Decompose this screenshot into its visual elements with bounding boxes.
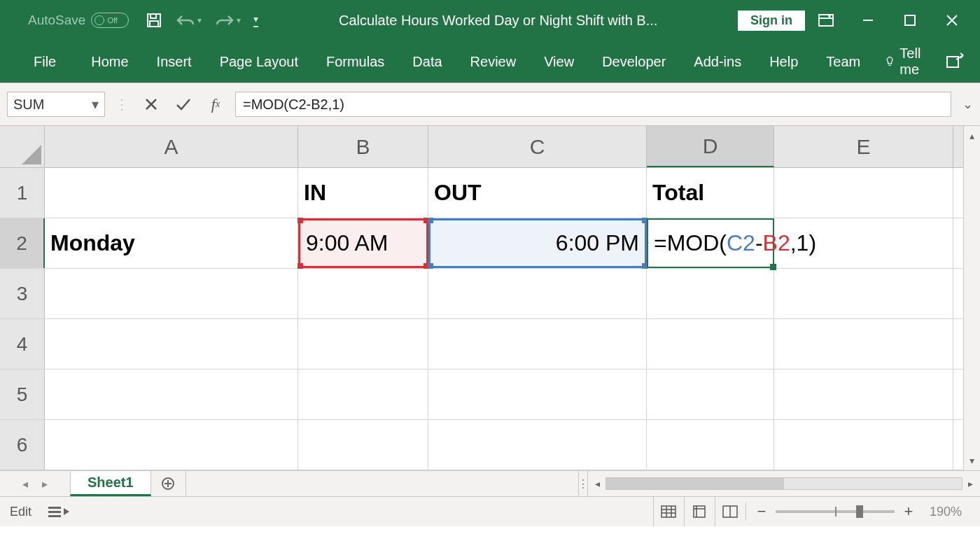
cell-e6[interactable]	[774, 420, 953, 470]
undo-button[interactable]: ▾	[175, 13, 202, 27]
formula-input[interactable]: =MOD(C2-B2,1)	[235, 92, 951, 117]
row-header-6[interactable]: 6	[0, 420, 45, 470]
cell-d1[interactable]: Total	[647, 168, 774, 218]
tell-me-search[interactable]: Tell me	[874, 45, 938, 78]
scroll-left-button[interactable]: ◂	[592, 478, 603, 489]
page-break-view-button[interactable]	[715, 497, 746, 526]
insert-function-button[interactable]: fx	[203, 92, 228, 117]
cell-c3[interactable]	[428, 269, 647, 318]
cell-c2[interactable]: 6:00 PM	[428, 218, 647, 268]
scroll-down-button[interactable]: ▾	[969, 455, 974, 466]
zoom-slider[interactable]	[776, 510, 895, 513]
cell-b3[interactable]	[298, 269, 428, 318]
status-bar: Edit − + 190%	[0, 497, 980, 526]
cell-e5[interactable]	[774, 370, 953, 419]
cell-d2[interactable]: =MOD(C2-B2,1)	[647, 218, 774, 268]
zoom-level[interactable]: 190%	[923, 505, 962, 519]
page-layout-view-button[interactable]	[684, 497, 715, 526]
col-header-e[interactable]: E	[774, 126, 953, 167]
tab-team[interactable]: Team	[812, 47, 874, 77]
col-header-a[interactable]: A	[45, 126, 298, 167]
tab-data[interactable]: Data	[398, 47, 456, 77]
cell-d4[interactable]	[647, 319, 774, 369]
enter-formula-button[interactable]	[171, 92, 196, 117]
cell-a3[interactable]	[45, 269, 298, 318]
row-header-4[interactable]: 4	[0, 319, 45, 369]
cell-d5[interactable]	[647, 370, 774, 419]
col-header-b[interactable]: B	[298, 126, 428, 167]
autosave-toggle[interactable]: Off	[91, 13, 129, 28]
zoom-slider-handle[interactable]	[856, 505, 863, 518]
cell-c4[interactable]	[428, 319, 647, 369]
cell-a4[interactable]	[45, 319, 298, 369]
cell-b5[interactable]	[298, 370, 428, 419]
share-button[interactable]	[938, 52, 973, 71]
tab-help[interactable]: Help	[755, 47, 812, 77]
zoom-out-button[interactable]: −	[755, 503, 769, 521]
maximize-button[interactable]	[889, 0, 931, 41]
row-header-5[interactable]: 5	[0, 370, 45, 419]
autosave-state: Off	[107, 16, 117, 24]
cell-a6[interactable]	[45, 420, 298, 470]
new-sheet-button[interactable]	[151, 471, 186, 496]
minimize-button[interactable]	[847, 0, 889, 41]
scroll-right-button[interactable]: ▸	[965, 478, 976, 489]
tab-insert[interactable]: Insert	[143, 47, 206, 77]
cell-e4[interactable]	[774, 319, 953, 369]
close-button[interactable]	[931, 0, 973, 41]
redo-button[interactable]: ▾	[214, 13, 241, 27]
cell-d3[interactable]	[647, 269, 774, 318]
cell-c6[interactable]	[428, 420, 647, 470]
row-header-3[interactable]: 3	[0, 269, 45, 318]
select-all-corner[interactable]	[0, 126, 45, 167]
sheet-nav-prev-icon[interactable]: ◂	[22, 477, 28, 491]
signin-button[interactable]: Sign in	[738, 10, 805, 31]
cell-b6[interactable]	[298, 420, 428, 470]
cancel-formula-button[interactable]	[139, 92, 164, 117]
col-header-c[interactable]: C	[428, 126, 647, 167]
tab-page-layout[interactable]: Page Layout	[206, 47, 312, 77]
vertical-scrollbar[interactable]: ▴ ▾	[963, 126, 980, 470]
ribbon-display-options-button[interactable]	[805, 0, 847, 41]
scroll-up-button[interactable]: ▴	[969, 130, 974, 141]
cell-e3[interactable]	[774, 269, 953, 318]
hscroll-track[interactable]	[606, 477, 962, 490]
cell-b4[interactable]	[298, 319, 428, 369]
row-header-2[interactable]: 2	[0, 218, 45, 268]
col-header-d[interactable]: D	[647, 126, 774, 167]
cell-a5[interactable]	[45, 370, 298, 419]
sheet-tab-sheet1[interactable]: Sheet1	[70, 470, 151, 496]
qat-customize-button[interactable]: ▾	[253, 13, 258, 27]
tab-review[interactable]: Review	[456, 47, 531, 77]
vscroll-track[interactable]	[964, 141, 980, 455]
sheet-nav-next-icon[interactable]: ▸	[42, 477, 48, 491]
tab-home[interactable]: Home	[77, 47, 142, 77]
cell-a2[interactable]: Monday	[45, 218, 298, 268]
horizontal-scrollbar[interactable]: ◂ ▸	[588, 471, 980, 496]
tab-view[interactable]: View	[530, 47, 588, 77]
cell-d2-prefix: =MOD(	[654, 230, 727, 255]
tab-file[interactable]: File	[20, 47, 70, 77]
cell-a1[interactable]	[45, 168, 298, 218]
hscroll-thumb[interactable]	[606, 478, 784, 489]
cell-b2[interactable]: 9:00 AM	[298, 218, 428, 268]
cell-d6[interactable]	[647, 420, 774, 470]
name-box-dropdown-icon[interactable]: ▾	[92, 96, 99, 113]
cell-c5[interactable]	[428, 370, 647, 419]
cell-e1[interactable]	[774, 168, 953, 218]
normal-view-button[interactable]	[653, 497, 684, 526]
sheet-bar-splitter[interactable]: ⋮	[578, 471, 588, 496]
cell-c1[interactable]: OUT	[428, 168, 647, 218]
zoom-in-button[interactable]: +	[902, 503, 916, 521]
row-header-1[interactable]: 1	[0, 168, 45, 218]
macro-recording-button[interactable]	[48, 507, 69, 517]
cell-d2-ref-c2: C2	[727, 230, 755, 255]
cell-b1[interactable]: IN	[298, 168, 428, 218]
formula-text: =MOD(C2-B2,1)	[243, 97, 344, 113]
tab-formulas[interactable]: Formulas	[312, 47, 398, 77]
save-button[interactable]	[146, 12, 162, 29]
tab-addins[interactable]: Add-ins	[680, 47, 755, 77]
tab-developer[interactable]: Developer	[588, 47, 680, 77]
name-box[interactable]: SUM ▾	[7, 92, 105, 117]
expand-formula-bar-button[interactable]: ⌄	[962, 97, 973, 112]
